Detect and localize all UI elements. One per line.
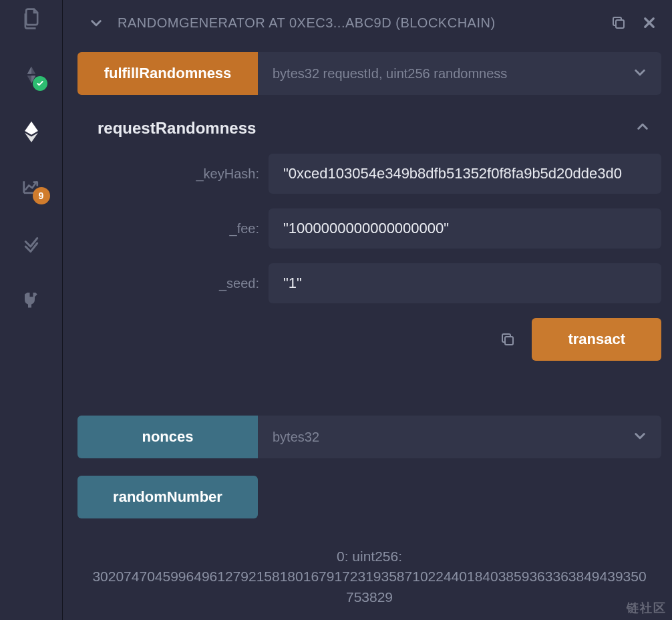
plugin-icon[interactable] [19, 287, 43, 311]
nonces-args[interactable]: bytes32 [258, 416, 661, 458]
transact-button[interactable]: transact [532, 318, 661, 361]
compile-success-badge [33, 76, 47, 91]
param-row-fee: _fee: [77, 208, 661, 249]
args-hint: bytes32 requestId, uint256 randomness [273, 66, 507, 82]
copy-icon[interactable] [609, 13, 628, 32]
main-panel: RANDOMGENERATOR AT 0XEC3...ABC9D (BLOCKC… [63, 0, 672, 620]
args-hint: bytes32 [273, 430, 319, 445]
param-input-keyHash[interactable] [269, 154, 661, 194]
param-row-seed: _seed: [77, 263, 661, 303]
contract-title: RANDOMGENERATOR AT 0XEC3...ABC9D (BLOCKC… [118, 15, 597, 31]
chevron-down-icon[interactable] [633, 429, 647, 446]
transact-row: transact [77, 314, 661, 375]
param-label-keyHash: _keyHash: [77, 166, 269, 182]
svg-rect-0 [616, 20, 624, 28]
deploy-icon[interactable] [19, 119, 43, 143]
param-label-seed: _seed: [77, 276, 269, 291]
watermark: 链社区 [627, 600, 667, 616]
output-value: 3020747045996496127921581801679172319358… [91, 567, 648, 607]
param-input-fee[interactable] [269, 208, 661, 249]
sidebar: 9 [0, 0, 63, 620]
debugger-icon[interactable] [19, 231, 43, 255]
function-row-randomNumber: randomNumber [77, 476, 661, 518]
chevron-down-icon[interactable] [87, 13, 106, 32]
fulfillRandomness-button[interactable]: fulfillRandomness [77, 52, 258, 95]
chevron-down-icon[interactable] [633, 65, 647, 82]
randomNumber-button[interactable]: randomNumber [77, 476, 258, 518]
param-label-fee: _fee: [77, 221, 269, 237]
requestRandomness-label: requestRandomness [98, 119, 636, 138]
copy-params-icon[interactable] [498, 330, 517, 349]
function-row-fulfillRandomness: fulfillRandomness bytes32 requestId, uin… [77, 52, 661, 95]
nonces-button[interactable]: nonces [77, 416, 258, 458]
chevron-up-icon[interactable] [636, 120, 649, 136]
function-header-requestRandomness: requestRandomness [77, 107, 661, 150]
param-row-keyHash: _keyHash: [77, 154, 661, 194]
compiler-icon[interactable] [19, 63, 43, 87]
svg-rect-1 [505, 337, 513, 345]
close-icon[interactable] [640, 13, 659, 32]
contract-header: RANDOMGENERATOR AT 0XEC3...ABC9D (BLOCKC… [77, 9, 661, 47]
output-block: 0: uint256: 3020747045996496127921581801… [77, 530, 661, 614]
notification-badge: 9 [33, 187, 50, 204]
param-input-seed[interactable] [269, 263, 661, 303]
fulfillRandomness-args[interactable]: bytes32 requestId, uint256 randomness [258, 52, 661, 95]
analytics-icon[interactable]: 9 [19, 175, 43, 199]
function-row-nonces: nonces bytes32 [77, 416, 661, 458]
files-icon[interactable] [19, 7, 43, 31]
output-type: 0: uint256: [91, 547, 648, 567]
